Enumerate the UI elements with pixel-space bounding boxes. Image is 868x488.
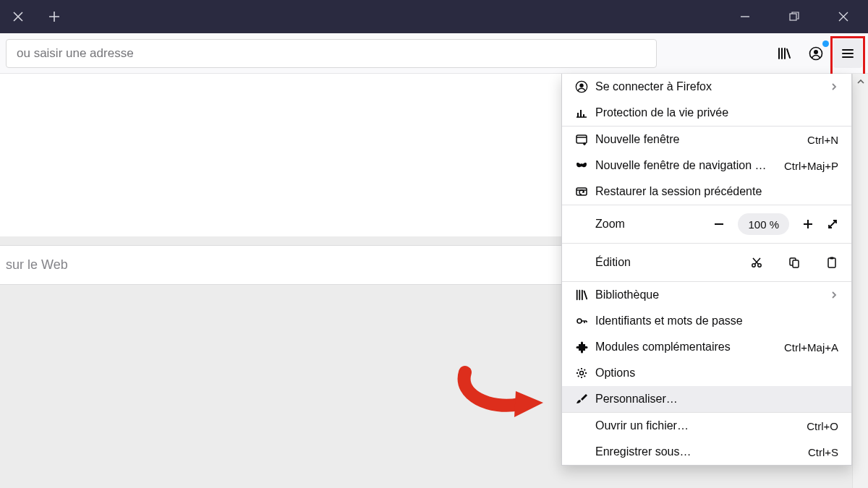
menu-options[interactable]: Options bbox=[562, 360, 851, 386]
menu-shortcut: Ctrl+Maj+P bbox=[784, 160, 838, 172]
library-button[interactable] bbox=[770, 39, 799, 68]
menu-label: Modules complémentaires bbox=[595, 341, 784, 354]
menu-private-window[interactable]: Nouvelle fenêtre de navigation … Ctrl+Ma… bbox=[562, 153, 851, 179]
toolbar: ou saisir une adresse bbox=[0, 33, 868, 74]
fullscreen-icon bbox=[827, 218, 838, 230]
plus-icon bbox=[48, 11, 60, 22]
gear-icon bbox=[575, 367, 588, 380]
copy-icon bbox=[788, 256, 801, 269]
svg-rect-11 bbox=[828, 258, 835, 267]
cut-button[interactable] bbox=[750, 256, 763, 269]
minimize-button[interactable] bbox=[720, 0, 770, 33]
zoom-value[interactable]: 100 % bbox=[738, 213, 789, 235]
restore-icon bbox=[575, 185, 588, 198]
menu-label: Bibliothèque bbox=[595, 288, 830, 301]
menu-label: Restaurer la session précédente bbox=[595, 185, 838, 198]
chevron-right-icon bbox=[830, 82, 838, 91]
maximize-button[interactable] bbox=[770, 0, 819, 33]
scrollbar[interactable] bbox=[852, 74, 868, 488]
menu-label: Nouvelle fenêtre bbox=[595, 133, 807, 146]
window-titlebar bbox=[0, 0, 868, 33]
menu-shortcut: Ctrl+S bbox=[808, 446, 838, 458]
library-icon bbox=[777, 46, 791, 61]
address-bar[interactable]: ou saisir une adresse bbox=[6, 39, 657, 68]
search-placeholder: sur le Web bbox=[6, 257, 68, 273]
menu-label: Identifiants et mots de passe bbox=[595, 314, 838, 328]
close-window-button[interactable] bbox=[819, 0, 868, 33]
tab-close-button[interactable] bbox=[0, 0, 36, 33]
close-icon bbox=[13, 12, 23, 22]
chart-icon bbox=[575, 106, 588, 119]
menu-save-as[interactable]: Enregistrer sous… Ctrl+S bbox=[562, 439, 851, 465]
scroll-up-button[interactable] bbox=[853, 74, 868, 90]
chevron-up-icon bbox=[856, 77, 865, 86]
svg-point-2 bbox=[814, 50, 818, 54]
minimize-icon bbox=[740, 12, 750, 22]
scissors-icon bbox=[750, 256, 763, 269]
menu-addons[interactable]: Modules complémentaires Ctrl+Maj+A bbox=[562, 334, 851, 360]
menu-label: Personnaliser… bbox=[595, 393, 838, 406]
copy-button[interactable] bbox=[788, 256, 801, 269]
svg-rect-0 bbox=[790, 14, 796, 20]
menu-label: Protection de la vie privée bbox=[595, 106, 838, 119]
plus-icon bbox=[802, 218, 814, 230]
svg-point-4 bbox=[579, 84, 583, 87]
zoom-out-button[interactable] bbox=[713, 218, 725, 230]
mask-icon bbox=[575, 159, 588, 172]
account-notification-dot bbox=[822, 40, 829, 47]
library-icon bbox=[575, 288, 588, 301]
svg-point-14 bbox=[580, 372, 584, 375]
paste-button[interactable] bbox=[825, 256, 838, 269]
svg-rect-10 bbox=[793, 260, 799, 267]
minus-icon bbox=[713, 218, 725, 230]
window-controls bbox=[720, 0, 868, 33]
menu-library[interactable]: Bibliothèque bbox=[562, 282, 851, 308]
menu-restore-session[interactable]: Restaurer la session précédente bbox=[562, 179, 851, 205]
menu-signin[interactable]: Se connecter à Firefox bbox=[562, 74, 851, 100]
window-plus-icon bbox=[575, 133, 588, 146]
account-icon bbox=[575, 80, 588, 93]
menu-customize[interactable]: Personnaliser… bbox=[562, 386, 851, 412]
close-icon bbox=[838, 12, 848, 22]
menu-label: Options bbox=[595, 367, 838, 380]
svg-rect-12 bbox=[830, 257, 834, 260]
app-menu: Se connecter à Firefox Protection de la … bbox=[561, 74, 852, 466]
menu-shortcut: Ctrl+N bbox=[807, 134, 838, 146]
menu-shortcut: Ctrl+O bbox=[807, 420, 838, 432]
menu-label: Se connecter à Firefox bbox=[595, 80, 830, 93]
menu-open-file[interactable]: Ouvrir un fichier… Ctrl+O bbox=[562, 413, 851, 439]
new-tab-button[interactable] bbox=[36, 0, 72, 33]
menu-zoom: Zoom 100 % bbox=[562, 205, 851, 243]
menu-edit: Édition bbox=[562, 244, 851, 281]
clipboard-icon bbox=[825, 256, 838, 269]
key-icon bbox=[575, 314, 588, 328]
scroll-track[interactable] bbox=[853, 90, 868, 472]
svg-point-13 bbox=[577, 319, 582, 323]
app-menu-button[interactable] bbox=[833, 39, 862, 68]
edit-label: Édition bbox=[595, 256, 682, 269]
menu-logins[interactable]: Identifiants et mots de passe bbox=[562, 308, 851, 334]
titlebar-spacer bbox=[72, 0, 720, 33]
menu-label: Nouvelle fenêtre de navigation … bbox=[595, 159, 784, 172]
hamburger-icon bbox=[841, 47, 854, 60]
menu-new-window[interactable]: Nouvelle fenêtre Ctrl+N bbox=[562, 127, 851, 153]
fullscreen-button[interactable] bbox=[827, 218, 838, 230]
maximize-icon bbox=[789, 12, 799, 22]
menu-label: Ouvrir un fichier… bbox=[595, 419, 807, 432]
zoom-label: Zoom bbox=[595, 218, 682, 231]
chevron-right-icon bbox=[830, 291, 838, 299]
paintbrush-icon bbox=[575, 393, 588, 406]
account-button[interactable] bbox=[801, 39, 830, 68]
menu-label: Enregistrer sous… bbox=[595, 445, 808, 458]
account-icon bbox=[809, 46, 823, 61]
menu-shortcut: Ctrl+Maj+A bbox=[784, 341, 838, 354]
puzzle-icon bbox=[575, 341, 588, 354]
address-placeholder: ou saisir une adresse bbox=[17, 46, 134, 61]
zoom-in-button[interactable] bbox=[802, 218, 814, 230]
pointer-arrow bbox=[451, 359, 545, 417]
menu-privacy[interactable]: Protection de la vie privée bbox=[562, 100, 851, 126]
svg-rect-5 bbox=[576, 135, 587, 143]
